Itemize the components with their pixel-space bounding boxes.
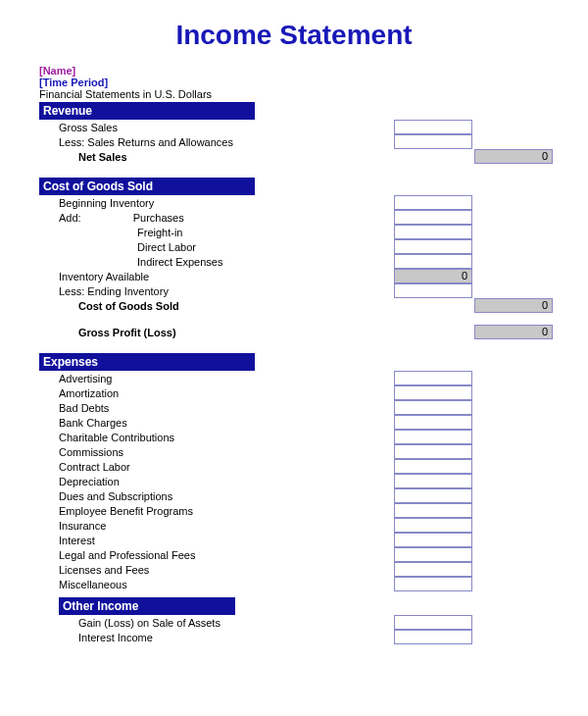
gross-profit-value: 0: [474, 325, 553, 339]
expense-label: Amortization: [39, 387, 392, 399]
page-title: Income Statement: [15, 20, 573, 51]
expense-cell[interactable]: [394, 503, 472, 518]
expense-label: Licenses and Fees: [39, 564, 392, 576]
interest-income-label: Interest Income: [39, 632, 392, 643]
add-text: Add:: [59, 212, 81, 224]
expense-label: Interest: [39, 535, 392, 546]
expense-label: Charitable Contributions: [39, 432, 392, 443]
freight-in-cell[interactable]: [394, 225, 472, 239]
beginning-inventory-cell[interactable]: [394, 195, 472, 210]
spacer: [394, 298, 472, 313]
expense-label: Contract Labor: [39, 461, 392, 473]
expense-label: Bad Debts: [39, 402, 392, 414]
net-sales-value: 0: [474, 149, 553, 164]
expense-cell[interactable]: [394, 444, 472, 459]
gain-loss-label: Gain (Loss) on Sale of Assets: [39, 617, 392, 629]
add-label: Add: Purchases: [39, 212, 392, 224]
cogs-header: Cost of Goods Sold: [39, 178, 255, 195]
gross-sales-label: Gross Sales: [39, 122, 392, 133]
returns-label: Less: Sales Returns and Allowances: [39, 136, 392, 148]
purchases-cell[interactable]: [394, 210, 472, 225]
ending-inventory-cell[interactable]: [394, 283, 472, 298]
expense-label: Miscellaneous: [39, 579, 392, 590]
beginning-inventory-label: Beginning Inventory: [39, 197, 392, 209]
expense-cell[interactable]: [394, 415, 472, 430]
purchases-label: Purchases: [133, 212, 184, 224]
interest-income-cell[interactable]: [394, 630, 472, 644]
expense-label: Bank Charges: [39, 417, 392, 429]
expense-label: Legal and Professional Fees: [39, 549, 392, 561]
gain-loss-cell[interactable]: [394, 615, 472, 630]
expense-cell[interactable]: [394, 562, 472, 577]
expense-cell[interactable]: [394, 400, 472, 415]
expenses-header: Expenses: [39, 353, 255, 371]
net-sales-label: Net Sales: [39, 151, 392, 163]
expense-label: Commissions: [39, 446, 392, 458]
expense-label: Advertising: [39, 373, 392, 384]
expense-cell[interactable]: [394, 577, 472, 591]
ending-inventory-label: Less: Ending Inventory: [39, 285, 392, 297]
expense-cell[interactable]: [394, 474, 472, 488]
expense-label: Insurance: [39, 520, 392, 532]
revenue-header: Revenue: [39, 102, 255, 120]
cogs-total-label: Cost of Goods Sold: [39, 300, 392, 312]
expense-cell[interactable]: [394, 518, 472, 533]
expense-cell[interactable]: [394, 430, 472, 444]
cogs-total-value: 0: [474, 298, 553, 313]
indirect-expenses-cell[interactable]: [394, 254, 472, 269]
spacer: [394, 325, 472, 339]
inventory-available-label: Inventory Available: [39, 271, 392, 282]
expense-cell[interactable]: [394, 385, 472, 400]
expense-cell[interactable]: [394, 371, 472, 385]
expense-label: Dues and Subscriptions: [39, 490, 392, 502]
expense-label: Depreciation: [39, 476, 392, 487]
gross-sales-cell[interactable]: [394, 120, 472, 134]
returns-cell[interactable]: [394, 134, 472, 149]
expense-label: Employee Benefit Programs: [39, 505, 392, 517]
meta-period: [Time Period]: [39, 77, 573, 88]
expense-cell[interactable]: [394, 488, 472, 503]
indirect-expenses-label: Indirect Expenses: [39, 256, 392, 268]
expense-cell[interactable]: [394, 459, 472, 474]
inventory-available-value: 0: [394, 269, 472, 283]
meta-name: [Name]: [39, 65, 573, 77]
expense-cell[interactable]: [394, 533, 472, 547]
direct-labor-cell[interactable]: [394, 239, 472, 254]
freight-in-label: Freight-in: [39, 227, 392, 238]
spacer: [394, 149, 472, 164]
expense-cell[interactable]: [394, 547, 472, 562]
direct-labor-label: Direct Labor: [39, 241, 392, 253]
meta-currency: Financial Statements in U.S. Dollars: [39, 88, 573, 100]
other-income-header: Other Income: [59, 597, 235, 615]
gross-profit-label: Gross Profit (Loss): [39, 327, 392, 338]
